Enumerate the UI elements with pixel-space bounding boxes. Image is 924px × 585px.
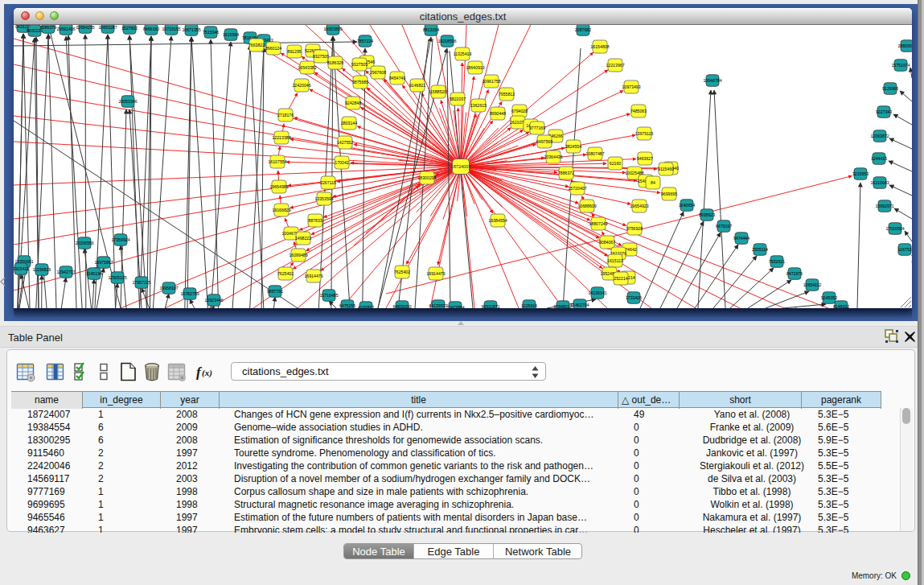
svg-text:16099489: 16099489: [289, 253, 307, 257]
svg-text:3215953: 3215953: [852, 171, 869, 176]
svg-text:17016504: 17016504: [885, 226, 904, 231]
svg-text:2718176: 2718176: [277, 113, 294, 117]
svg-text:16782759: 16782759: [180, 291, 199, 296]
svg-text:9129966: 9129966: [882, 86, 898, 91]
svg-text:84: 84: [651, 180, 655, 185]
svg-text:9227343: 9227343: [876, 109, 892, 114]
svg-text:4192832: 4192832: [358, 305, 374, 308]
svg-text:16914479: 16914479: [304, 274, 322, 278]
svg-text:19654923: 19654923: [630, 204, 648, 208]
svg-text:1733426: 1733426: [626, 295, 642, 300]
svg-text:16914479: 16914479: [426, 271, 445, 276]
svg-text:6497568: 6497568: [536, 139, 552, 144]
svg-text:8471676: 8471676: [786, 271, 803, 276]
svg-text:12505135: 12505135: [108, 275, 126, 280]
svg-text:51462704: 51462704: [570, 303, 589, 307]
svg-text:7515546: 7515546: [203, 30, 219, 35]
svg-text:19166829: 19166829: [272, 208, 290, 212]
svg-text:1226916: 1226916: [521, 303, 537, 308]
svg-text:891295: 891295: [287, 49, 301, 54]
svg-text:1498222: 1498222: [295, 236, 311, 241]
svg-text:19384554: 19384554: [488, 218, 507, 223]
svg-text:7886372: 7886372: [558, 171, 574, 175]
svg-text:9327505: 9327505: [313, 54, 329, 59]
svg-text:9756928: 9756928: [626, 226, 643, 231]
svg-text:15692971: 15692971: [875, 204, 893, 208]
svg-text:96532871: 96532871: [481, 304, 499, 308]
svg-text:8938923: 8938923: [699, 212, 715, 217]
svg-text:11325419: 11325419: [454, 51, 472, 56]
svg-text:15751074: 15751074: [891, 63, 910, 68]
svg-text:18640910: 18640910: [466, 65, 484, 70]
svg-text:1527602: 1527602: [121, 26, 138, 31]
svg-text:97848018: 97848018: [553, 304, 572, 308]
svg-text:2967608: 2967608: [370, 70, 386, 75]
svg-text:18300295: 18300295: [417, 175, 436, 180]
svg-text:252214: 252214: [614, 276, 627, 281]
svg-text:9115460: 9115460: [658, 167, 674, 171]
svg-text:13353594: 13353594: [314, 196, 333, 201]
svg-text:62160: 62160: [610, 161, 622, 166]
svg-text:1640954: 1640954: [679, 203, 695, 208]
svg-text:10719155: 10719155: [162, 27, 180, 31]
svg-text:8990448: 8990448: [490, 111, 506, 116]
svg-text:16154808: 16154808: [590, 44, 609, 49]
svg-text:7932621: 7932621: [769, 259, 785, 264]
svg-text:10973493: 10973493: [622, 84, 640, 89]
svg-text:7625402: 7625402: [394, 270, 410, 274]
svg-text:15720407: 15720407: [568, 186, 586, 191]
svg-text:2935114: 2935114: [752, 247, 768, 252]
svg-text:20053346: 20053346: [118, 99, 137, 104]
svg-text:9463627: 9463627: [637, 156, 653, 161]
svg-text:7485063: 7485063: [630, 109, 647, 113]
svg-text:887833: 887833: [308, 218, 322, 223]
svg-text:9146821: 9146821: [409, 83, 425, 88]
svg-text:2803144: 2803144: [341, 121, 357, 126]
svg-text:18807249: 18807249: [589, 221, 607, 226]
svg-text:3915411: 3915411: [14, 266, 29, 271]
svg-text:8148932: 8148932: [833, 304, 849, 308]
svg-text:10654112: 10654112: [803, 282, 822, 287]
svg-text:7955812: 7955812: [499, 92, 515, 97]
svg-text:8386379: 8386379: [40, 25, 56, 30]
svg-text:64835030: 64835030: [392, 304, 411, 308]
svg-text:10688609: 10688609: [577, 204, 596, 208]
svg-text:9242848: 9242848: [345, 101, 361, 105]
svg-text:20206556: 20206556: [75, 241, 93, 245]
svg-text:3267115: 3267115: [320, 180, 336, 185]
svg-text:19975867: 19975867: [94, 260, 113, 265]
svg-text:7857224: 7857224: [357, 39, 373, 43]
svg-text:9084067: 9084067: [599, 240, 615, 245]
svg-text:16543382: 16543382: [298, 65, 316, 70]
svg-text:9857791: 9857791: [267, 289, 283, 294]
svg-text:20691406: 20691406: [56, 27, 75, 31]
svg-text:19654985: 19654985: [269, 184, 288, 189]
svg-text:22420046: 22420046: [292, 83, 310, 88]
svg-text:13975115: 13975115: [635, 131, 654, 136]
svg-text:8454749: 8454749: [389, 76, 405, 80]
svg-text:16210643: 16210643: [870, 180, 889, 185]
svg-text:72423884: 72423884: [446, 305, 464, 308]
svg-text:10648784: 10648784: [703, 78, 721, 83]
svg-text:9777169: 9777169: [529, 126, 545, 130]
svg-text:1615594: 1615594: [223, 32, 239, 37]
svg-text:17957225: 17957225: [132, 280, 150, 285]
svg-text:6794028: 6794028: [511, 109, 528, 113]
svg-text:12213389: 12213389: [272, 135, 290, 140]
svg-text:14136141: 14136141: [588, 290, 606, 295]
svg-text:12923446: 12923446: [204, 298, 223, 303]
svg-text:6475255: 6475255: [339, 303, 355, 308]
svg-text:1588520: 1588520: [430, 89, 446, 94]
svg-text:8186328: 8186328: [327, 60, 343, 65]
svg-text:8466160: 8466160: [143, 27, 159, 31]
svg-text:19958107: 19958107: [159, 286, 178, 290]
svg-text:64139537: 64139537: [429, 303, 447, 308]
svg-text:16107554: 16107554: [268, 159, 286, 164]
svg-text:18724007: 18724007: [451, 164, 471, 169]
svg-text:(x): (x): [202, 368, 212, 378]
svg-text:9699695: 9699695: [661, 192, 677, 196]
svg-text:10653287: 10653287: [98, 25, 117, 30]
svg-text:1362615: 1362615: [470, 103, 487, 108]
svg-text:10961758: 10961758: [482, 79, 500, 84]
svg-text:1615113: 1615113: [607, 258, 623, 263]
